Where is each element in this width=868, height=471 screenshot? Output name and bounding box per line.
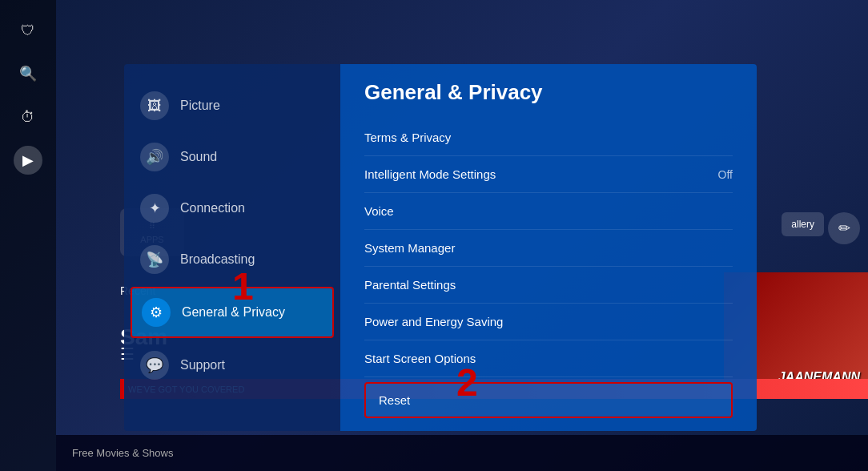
bottom-bar-text: Free Movies & Shows [72, 447, 173, 459]
settings-item-system[interactable]: System Manager [364, 230, 733, 267]
settings-item-parental[interactable]: Parental Settings [364, 267, 733, 304]
settings-item-intelligent[interactable]: Intelligent Mode Settings Off [364, 156, 733, 193]
power-label: Power and Energy Saving [364, 315, 503, 328]
voice-label: Voice [364, 204, 394, 218]
settings-menu: 🖼 Picture 🔊 Sound ✦ Connection 📡 Broadca… [124, 64, 757, 431]
general-icon: ⚙ [142, 298, 171, 327]
support-label: Support [180, 358, 225, 372]
settings-left-panel: 🖼 Picture 🔊 Sound ✦ Connection 📡 Broadca… [124, 64, 340, 431]
connection-label: Connection [180, 201, 245, 215]
edit-icon[interactable]: ✏ [828, 212, 860, 244]
panel-title: General & Privacy [364, 80, 733, 105]
connection-icon: ✦ [140, 194, 169, 223]
intelligent-label: Intelligent Mode Settings [364, 167, 496, 181]
sidebar-search-icon[interactable]: 🔍 [14, 59, 42, 88]
left-sidebar: 🛡 🔍 ⏱ ▶ [0, 0, 56, 471]
settings-item-reset[interactable]: Reset [364, 382, 733, 418]
menu-item-picture[interactable]: 🖼 Picture [124, 80, 340, 131]
picture-icon: 🖼 [140, 91, 169, 120]
sidebar-play-icon[interactable]: ▶ [14, 146, 42, 175]
intelligent-value: Off [718, 168, 733, 181]
settings-item-voice[interactable]: Voice [364, 193, 733, 230]
gallery-button[interactable]: allery [782, 212, 824, 236]
reset-label: Reset [379, 393, 410, 407]
sound-icon: 🔊 [140, 143, 169, 171]
support-icon: 💬 [140, 351, 169, 380]
broadcasting-icon: 📡 [140, 245, 169, 274]
system-label: System Manager [364, 241, 455, 255]
annotation-number-1: 1 [232, 264, 254, 308]
menu-item-sound[interactable]: 🔊 Sound [124, 131, 340, 183]
bottom-bar: Free Movies & Shows [56, 435, 868, 471]
sidebar-shield-icon[interactable]: 🛡 [14, 16, 42, 45]
settings-item-terms[interactable]: Terms & Privacy [364, 119, 733, 156]
menu-item-connection[interactable]: ✦ Connection [124, 183, 340, 234]
sound-label: Sound [180, 150, 217, 164]
gallery-label: allery [791, 219, 814, 230]
menu-item-support[interactable]: 💬 Support [124, 340, 340, 391]
settings-item-power[interactable]: Power and Energy Saving [364, 304, 733, 340]
settings-right-panel: General & Privacy Terms & Privacy Intell… [340, 64, 757, 431]
picture-label: Picture [180, 99, 220, 113]
settings-item-start[interactable]: Start Screen Options [364, 340, 733, 377]
sidebar-recent-icon[interactable]: ⏱ [14, 103, 42, 131]
parental-label: Parental Settings [364, 278, 456, 292]
annotation-number-2: 2 [456, 360, 478, 405]
terms-label: Terms & Privacy [364, 131, 451, 144]
